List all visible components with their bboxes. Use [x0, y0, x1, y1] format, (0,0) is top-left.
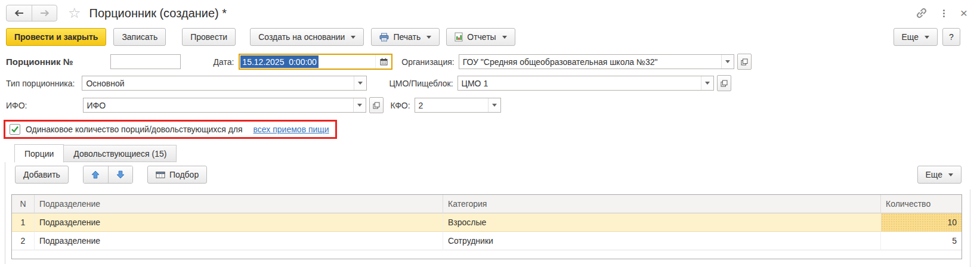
dropdown-arrow-icon — [358, 82, 363, 85]
cell-n[interactable]: 2 — [12, 232, 35, 250]
number-label: Порционник № — [6, 57, 73, 67]
ifo-field[interactable]: ИФО — [83, 98, 366, 113]
document-form-window: ☆ Порционник (создание) * × Провести и з… — [0, 0, 980, 267]
number-input[interactable] — [110, 54, 181, 69]
cell-division[interactable]: Подразделение — [35, 232, 443, 250]
chevron-down-icon — [948, 173, 953, 176]
more-button[interactable]: Еще — [894, 28, 938, 46]
cell-division[interactable]: Подразделение — [35, 213, 443, 232]
post-button[interactable]: Провести — [182, 28, 236, 46]
portion-type-value: Основной — [82, 79, 354, 88]
open-icon — [721, 80, 728, 87]
print-icon — [379, 33, 389, 42]
create-based-on-button[interactable]: Создать на основании — [250, 28, 364, 46]
chevron-down-icon — [351, 36, 355, 39]
same-quantity-checkbox[interactable] — [10, 124, 20, 135]
close-icon[interactable]: × — [960, 7, 967, 19]
all-meals-link[interactable]: всех приемов пищи — [253, 125, 329, 134]
table-command-bar: Добавить — [15, 166, 962, 184]
kfo-dropdown-button[interactable] — [488, 98, 500, 112]
cell-quantity[interactable]: 10 — [881, 213, 962, 232]
kfo-label: КФО: — [391, 101, 410, 110]
title-bar: ☆ Порционник (создание) * × — [0, 0, 980, 22]
portions-table: N Подразделение Категория Количество 1 П… — [11, 194, 962, 259]
reports-button[interactable]: Отчеты — [446, 28, 515, 46]
post-and-close-button[interactable]: Провести и закрыть — [6, 28, 106, 46]
table-more-label: Еще — [926, 170, 943, 179]
ifo-value: ИФО — [84, 101, 353, 110]
cell-quantity[interactable]: 5 — [881, 232, 962, 250]
column-header-division[interactable]: Подразделение — [35, 195, 443, 213]
organization-field[interactable]: ГОУ "Средняя общеобразовательная школа №… — [459, 54, 734, 69]
calendar-icon — [380, 58, 388, 66]
organization-label: Организация: — [401, 57, 454, 67]
command-bar: Провести и закрыть Записать Провести Соз… — [0, 22, 980, 46]
favorite-star-icon[interactable]: ☆ — [68, 6, 81, 20]
kfo-field[interactable]: 2 — [415, 98, 501, 113]
cmo-dropdown-button[interactable] — [701, 76, 713, 90]
same-quantity-annotation-box: Одинаковое количество порций/довольствую… — [4, 120, 337, 139]
field-row-number-date-org: Порционник № Дата: 15.12.2025 0:00:00 — [6, 54, 980, 70]
portion-type-label: Тип порционника: — [6, 79, 75, 88]
kfo-value: 2 — [415, 101, 488, 110]
cmo-value: ЦМО 1 — [458, 79, 701, 88]
kebab-menu-icon[interactable] — [942, 8, 946, 18]
date-selected-text: 15.12.2025 0:00:00 — [240, 55, 319, 68]
column-header-n[interactable]: N — [12, 195, 35, 213]
post-and-close-label: Провести и закрыть — [14, 32, 98, 42]
nav-history-group — [6, 5, 57, 21]
help-button[interactable]: ? — [942, 28, 960, 46]
add-row-label: Добавить — [23, 170, 60, 179]
reports-label: Отчеты — [467, 32, 496, 42]
reports-icon — [455, 32, 463, 42]
ifo-dropdown-button[interactable] — [353, 98, 366, 112]
tab-portions-label: Порции — [24, 149, 54, 159]
field-row-type-cmo: Тип порционника: Основной ЦМО/Пищеблок: … — [6, 75, 980, 91]
create-based-on-label: Создать на основании — [258, 32, 345, 42]
back-button[interactable] — [7, 5, 32, 21]
cell-category[interactable]: Сотрудники — [443, 232, 881, 250]
cmo-field[interactable]: ЦМО 1 — [457, 76, 714, 91]
save-label: Записать — [122, 32, 157, 42]
organization-open-button[interactable] — [737, 54, 752, 70]
calendar-button[interactable] — [375, 55, 391, 69]
save-button[interactable]: Записать — [113, 28, 166, 46]
portion-type-dropdown-button[interactable] — [354, 76, 366, 90]
chevron-down-icon — [925, 36, 929, 39]
tab-portions[interactable]: Порции — [14, 144, 64, 163]
column-header-quantity[interactable]: Количество — [881, 195, 962, 213]
link-icon[interactable] — [916, 7, 928, 19]
ifo-label: ИФО: — [6, 101, 27, 110]
pick-icon — [156, 171, 165, 179]
table-more-button[interactable]: Еще — [917, 166, 962, 184]
move-up-icon — [91, 170, 100, 179]
same-quantity-label: Одинаковое количество порций/довольствую… — [26, 125, 243, 134]
print-label: Печать — [393, 32, 421, 42]
chevron-down-icon — [426, 36, 431, 39]
tab-allowance-holders[interactable]: Довольствующиеся (15) — [64, 145, 177, 162]
move-row-group — [83, 166, 133, 184]
print-button[interactable]: Печать — [371, 28, 440, 46]
cell-n[interactable]: 1 — [12, 213, 35, 232]
portion-type-field[interactable]: Основной — [82, 76, 367, 91]
move-down-icon — [116, 170, 125, 179]
cell-category[interactable]: Взрослые — [443, 213, 881, 232]
move-down-button[interactable] — [108, 166, 132, 183]
field-row-ifo-kfo: ИФО: ИФО КФО: 2 — [6, 97, 980, 113]
forward-button[interactable] — [32, 5, 57, 21]
date-label: Дата: — [213, 57, 234, 67]
cmo-label: ЦМО/Пищеблок: — [389, 79, 453, 88]
column-header-category[interactable]: Категория — [443, 195, 881, 213]
move-up-button[interactable] — [84, 166, 108, 183]
dropdown-arrow-icon — [705, 82, 710, 85]
chevron-down-icon — [502, 36, 507, 39]
organization-dropdown-button[interactable] — [721, 55, 734, 69]
pick-button[interactable]: Подбор — [147, 166, 207, 184]
cmo-open-button[interactable] — [717, 75, 731, 91]
title-bar-actions: × — [916, 7, 967, 19]
ifo-open-button[interactable] — [369, 97, 384, 113]
add-row-button[interactable]: Добавить — [15, 166, 69, 184]
table-empty-area — [12, 250, 962, 259]
check-icon — [11, 126, 19, 133]
date-input[interactable]: 15.12.2025 0:00:00 — [239, 54, 392, 70]
